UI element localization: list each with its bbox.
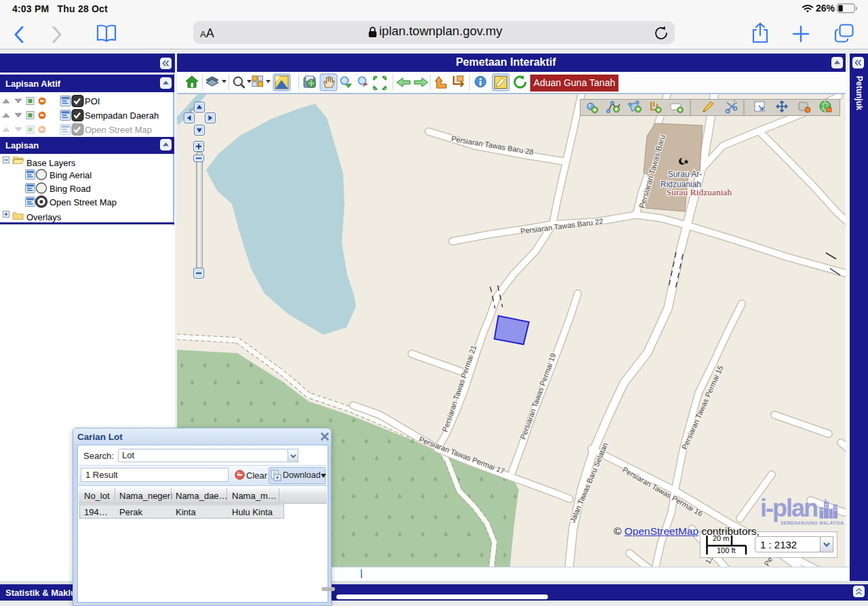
svg-text:Surau Ar-: Surau Ar- — [668, 169, 703, 179]
svg-text:Surau Ridzuaniah: Surau Ridzuaniah — [667, 187, 732, 197]
